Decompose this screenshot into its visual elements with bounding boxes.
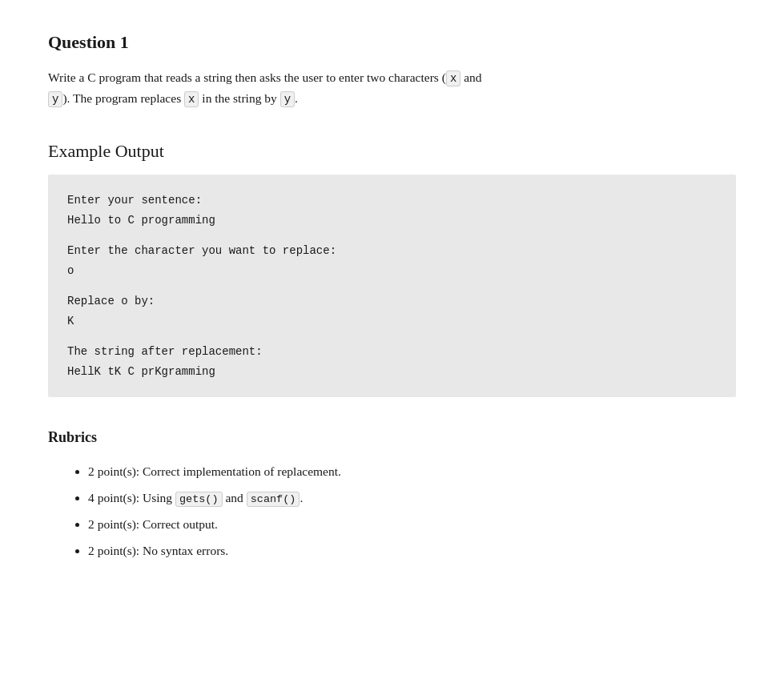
output-line-3: Enter the character you want to replace: bbox=[67, 241, 717, 261]
output-line-5: Replace o by: bbox=[67, 291, 717, 311]
rubric-3-text: 2 point(s): Correct output. bbox=[88, 517, 218, 531]
output-line-6: K bbox=[67, 311, 717, 331]
desc-text-3: ). The program replaces bbox=[62, 91, 184, 105]
question-description: Write a C program that reads a string th… bbox=[48, 67, 736, 109]
rubric-4-text: 2 point(s): No syntax errors. bbox=[88, 544, 228, 557]
desc-text-1: Write a C program that reads a string th… bbox=[48, 70, 446, 84]
rubric-2-text-after: . bbox=[300, 491, 303, 504]
output-blank-3 bbox=[67, 331, 717, 342]
rubric-1-text: 2 point(s): Correct implementation of re… bbox=[88, 464, 341, 478]
x-char-inline-1: x bbox=[446, 70, 460, 86]
desc-text-5: . bbox=[295, 91, 298, 105]
output-line-4: o bbox=[67, 261, 717, 281]
desc-and: and bbox=[460, 70, 481, 84]
rubric-item-1: 2 point(s): Correct implementation of re… bbox=[88, 459, 736, 484]
output-blank-1 bbox=[67, 230, 717, 241]
rubric-item-2: 4 point(s): Using gets() and scanf(). bbox=[88, 485, 736, 510]
rubrics-title: Rubrics bbox=[48, 429, 736, 446]
y-char-inline-1: y bbox=[48, 91, 62, 107]
output-line-7: The string after replacement: bbox=[67, 342, 717, 362]
x-char-inline-2: x bbox=[184, 91, 199, 107]
output-line-8: HellK tK C prKgramming bbox=[67, 362, 717, 382]
question-title: Question 1 bbox=[48, 32, 736, 53]
rubric-2-text-before: 4 point(s): Using bbox=[88, 491, 175, 504]
desc-text-4: in the string by bbox=[199, 91, 279, 105]
rubric-2-middle: and bbox=[223, 491, 247, 504]
output-line-2: Hello to C programming bbox=[67, 211, 717, 231]
example-output-title: Example Output bbox=[48, 141, 736, 162]
rubric-2-code2: scanf() bbox=[247, 492, 300, 507]
example-output-block: Enter your sentence: Hello to C programm… bbox=[48, 175, 736, 397]
rubrics-list: 2 point(s): Correct implementation of re… bbox=[48, 459, 736, 563]
rubric-2-code1: gets() bbox=[175, 492, 223, 507]
y-char-inline-2: y bbox=[280, 91, 295, 107]
output-line-1: Enter your sentence: bbox=[67, 191, 717, 211]
rubric-item-3: 2 point(s): Correct output. bbox=[88, 512, 736, 536]
rubric-item-4: 2 point(s): No syntax errors. bbox=[88, 538, 736, 563]
output-blank-2 bbox=[67, 280, 717, 291]
